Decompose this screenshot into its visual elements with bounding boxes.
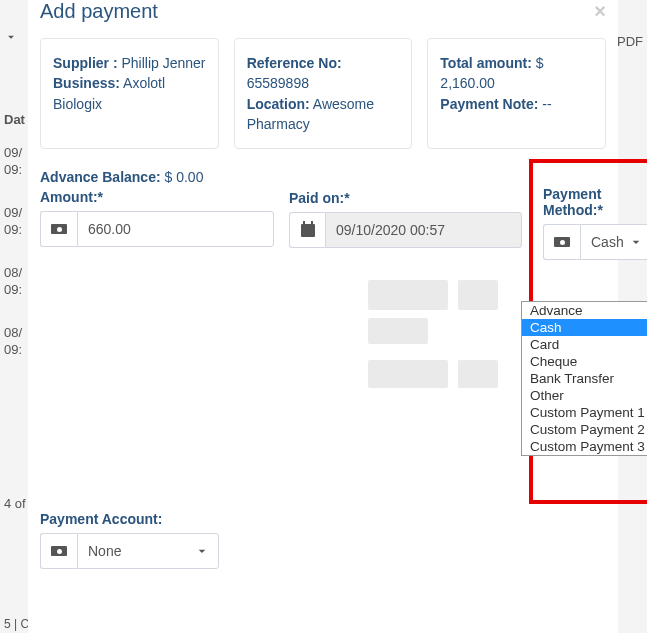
method-option-other[interactable]: Other (522, 387, 647, 404)
total-label: Total amount: (440, 55, 532, 71)
amount-col: Advance Balance: $ 0.00 Amount:* (40, 169, 274, 498)
close-icon[interactable]: × (594, 0, 606, 23)
spacer-col (234, 511, 413, 569)
info-cards-row: Supplier : Phillip Jenner Business: Axol… (40, 38, 606, 149)
bg-ts-4: 08/ (4, 265, 22, 280)
method-option-custom2[interactable]: Custom Payment 2 (522, 421, 647, 438)
bg-ts-0: 09/ (4, 145, 22, 160)
paid-on-input-group (289, 212, 522, 248)
method-option-advance[interactable]: Advance (522, 302, 647, 319)
bg-showing-count: 4 of (4, 496, 26, 511)
advance-balance-label: Advance Balance: $ 0.00 (40, 169, 274, 185)
bg-col-header: Dat (4, 112, 25, 127)
method-col: Payment Method:* Cash C Advance Cash Car… (537, 169, 647, 498)
method-input-group: Cash (543, 224, 647, 260)
money-icon (40, 533, 77, 569)
account-label: Payment Account: (40, 511, 219, 527)
payment-method-select[interactable]: Cash (580, 224, 647, 260)
paid-on-input[interactable] (325, 212, 522, 248)
location-label: Location: (247, 96, 310, 112)
spacer-col-2 (427, 511, 606, 569)
reference-card: Reference No: 65589898 Location: Awesome… (234, 38, 413, 149)
payment-method-dropdown-open[interactable]: Advance Cash Card Cheque Bank Transfer O… (521, 301, 647, 456)
form-row-1: Advance Balance: $ 0.00 Amount:* Paid on… (40, 169, 606, 498)
amount-label: Amount:* (40, 189, 274, 205)
modal-header: Add payment × (40, 0, 606, 38)
method-option-cheque[interactable]: Cheque (522, 353, 647, 370)
money-icon (40, 211, 77, 247)
bg-ts-6: 08/ (4, 325, 22, 340)
supplier-label: Supplier : (53, 55, 118, 71)
payment-note-value: -- (542, 96, 551, 112)
method-option-card[interactable]: Card (522, 336, 647, 353)
bg-ts-2: 09/ (4, 205, 22, 220)
background-left-strip (0, 0, 30, 633)
form-row-2: Payment Account: None (40, 511, 606, 569)
account-col: Payment Account: None (40, 511, 219, 569)
supplier-card: Supplier : Phillip Jenner Business: Axol… (40, 38, 219, 149)
method-option-custom3[interactable]: Custom Payment 3 (522, 438, 647, 455)
modal-title: Add payment (40, 0, 158, 23)
add-payment-modal: Add payment × Supplier : Phillip Jenner … (28, 0, 618, 633)
bg-pdf-badge: PDF (617, 34, 643, 49)
reference-value: 65589898 (247, 75, 309, 91)
advance-balance-value: $ 0.00 (165, 169, 204, 185)
method-option-custom1[interactable]: Custom Payment 1 (522, 404, 647, 421)
amount-input-group (40, 211, 274, 247)
supplier-value: Phillip Jenner (121, 55, 205, 71)
account-input-group: None (40, 533, 219, 569)
method-option-cash[interactable]: Cash (522, 319, 647, 336)
method-option-bank-transfer[interactable]: Bank Transfer (522, 370, 647, 387)
calendar-icon (289, 212, 325, 248)
payment-note-label: Payment Note: (440, 96, 538, 112)
bg-ts-3: 09: (4, 222, 22, 237)
payment-account-select[interactable]: None (77, 533, 219, 569)
amount-input[interactable] (77, 211, 274, 247)
bg-ts-7: 09: (4, 342, 22, 357)
bg-dropdown-caret (4, 30, 18, 47)
business-label: Business: (53, 75, 120, 91)
method-label: Payment Method:* (543, 186, 647, 218)
bg-ts-5: 09: (4, 282, 22, 297)
total-card: Total amount: $ 2,160.00 Payment Note: -… (427, 38, 606, 149)
bg-ts-1: 09: (4, 162, 22, 177)
money-icon (543, 224, 580, 260)
paid-on-label: Paid on:* (289, 190, 522, 206)
reference-label: Reference No: (247, 55, 342, 71)
